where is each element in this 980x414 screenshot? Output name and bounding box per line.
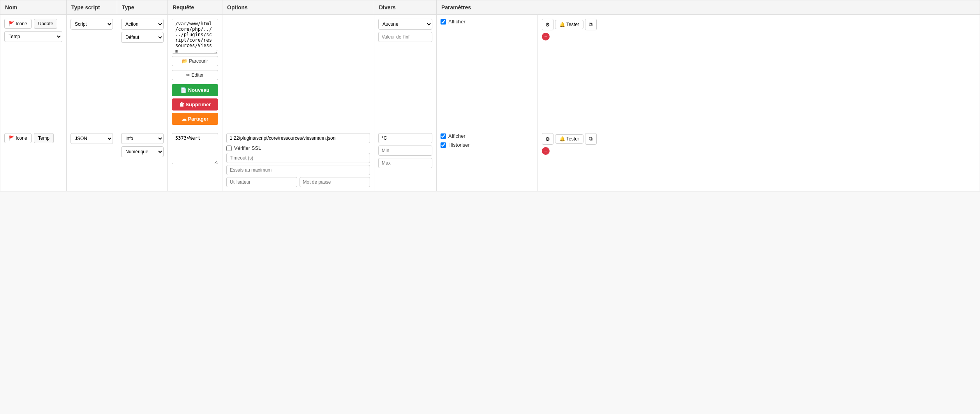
row1-divers-cell: Aucune <box>374 15 437 129</box>
row1-partager-button[interactable]: ☁ Partager <box>172 113 218 125</box>
header-options: Options <box>222 0 374 15</box>
row2-type-select[interactable]: Info <box>121 133 164 144</box>
row2-options-cell: Vérifier SSL <box>222 129 374 191</box>
row1-requete-textarea[interactable]: /var/www/html/core/php/../../plugins/scr… <box>172 19 218 54</box>
row1-actions-cell: ⚙ 🔔 Tester ⧉ − <box>538 15 980 129</box>
row2-parametres-cell: Afficher Historiser <box>437 129 538 191</box>
row2-essais-input[interactable] <box>226 165 370 175</box>
header-type-script: Type script <box>67 0 117 15</box>
row2-historiser-label: Historiser <box>448 142 470 148</box>
row2-typescript-select[interactable]: JSON <box>71 133 113 144</box>
row2-timeout-input[interactable] <box>226 153 370 163</box>
row1-copy-button[interactable]: ⧉ <box>585 19 597 30</box>
row2-divers-unit-input[interactable] <box>378 133 432 143</box>
row1-options-cell <box>222 15 374 129</box>
row1-icone-button[interactable]: 🚩 Icone <box>4 19 32 29</box>
row1-divers-select[interactable]: Aucune <box>378 19 432 30</box>
row1-editer-button[interactable]: ✏ Editer <box>172 70 218 80</box>
row2-nom-cell: 🚩 Icone Temp <box>0 129 67 191</box>
row2-gear-button[interactable]: ⚙ <box>542 133 553 145</box>
row1-requete-cell: /var/www/html/core/php/../../plugins/scr… <box>168 15 222 129</box>
header-requete: Requête <box>168 0 222 15</box>
row1-tester-button[interactable]: 🔔 Tester <box>555 20 583 29</box>
row2-tester-button[interactable]: 🔔 Tester <box>555 134 583 144</box>
row2-divers-min-input[interactable] <box>378 146 432 156</box>
row2-afficher-checkbox[interactable] <box>441 133 446 139</box>
row2-verify-ssl-checkbox[interactable] <box>226 146 232 151</box>
row2-historiser-checkbox[interactable] <box>441 142 446 148</box>
row2-icone-button[interactable]: 🚩 Icone <box>4 133 32 143</box>
row2-motdepasse-input[interactable] <box>300 177 370 187</box>
row1-remove-button[interactable]: − <box>542 33 550 40</box>
row2-requete-cell: 5373>Wert <box>168 129 222 191</box>
row1-gear-button[interactable]: ⚙ <box>542 19 553 30</box>
row1-parcourir-button[interactable]: 📂 Parcourir <box>172 56 218 66</box>
row1-type-default-select[interactable]: Défaut <box>121 32 164 43</box>
row2-typescript-cell: JSON <box>67 129 117 191</box>
header-nom: Nom <box>0 0 67 15</box>
row1-divers-value-input[interactable] <box>378 32 432 42</box>
row2-divers-max-input[interactable] <box>378 158 432 168</box>
row1-nouveau-button[interactable]: 📄 Nouveau <box>172 84 218 96</box>
row1-supprimer-button[interactable]: 🗑 Supprimer <box>172 98 218 111</box>
row2-actions-cell: ⚙ 🔔 Tester ⧉ − <box>538 129 980 191</box>
row2-afficher-label: Afficher <box>448 133 465 139</box>
row2-remove-button[interactable]: − <box>542 147 550 155</box>
row1-type-select[interactable]: Action <box>121 19 164 30</box>
row2-temp-button[interactable]: Temp <box>34 133 54 143</box>
row1-afficher-checkbox[interactable] <box>441 19 446 25</box>
row2-type-sub-select[interactable]: Numérique <box>121 146 164 157</box>
row2-url-input[interactable] <box>226 133 370 143</box>
row2-verify-ssl-label: Vérifier SSL <box>234 145 261 151</box>
row1-update-button[interactable]: Update <box>34 19 58 29</box>
row2-requete-textarea[interactable]: 5373>Wert <box>172 133 218 164</box>
row1-typescript-select[interactable]: Script <box>71 19 113 30</box>
row1-nom-cell: 🚩 Icone Update Temp <box>0 15 67 129</box>
row2-utilisateur-input[interactable] <box>226 177 297 187</box>
header-divers: Divers <box>374 0 437 15</box>
row2-type-cell: Info Numérique <box>117 129 168 191</box>
row1-typescript-cell: Script <box>67 15 117 129</box>
row2-copy-button[interactable]: ⧉ <box>585 133 597 145</box>
row1-type-cell: Action Défaut <box>117 15 168 129</box>
row2-divers-cell <box>374 129 437 191</box>
header-parametres: Paramètres <box>437 0 980 15</box>
row1-afficher-label: Afficher <box>448 19 465 25</box>
row1-temp-select[interactable]: Temp <box>4 31 62 42</box>
header-type: Type <box>117 0 168 15</box>
row1-parametres-cell: Afficher <box>437 15 538 129</box>
